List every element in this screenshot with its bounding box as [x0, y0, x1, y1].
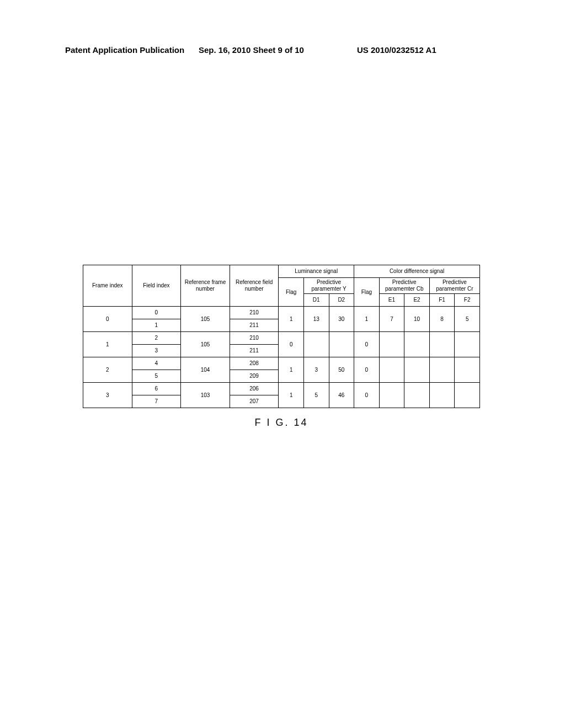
- cell-ref-field: 210: [230, 332, 279, 345]
- cell-d2: 50: [329, 357, 354, 383]
- cell-cdiff-flag: 0: [354, 332, 380, 357]
- cell-field-index: 3: [132, 345, 181, 357]
- cell-lum-flag: 1: [279, 383, 304, 408]
- cell-ref-frame: 105: [181, 332, 230, 357]
- cell-e1: [379, 383, 404, 408]
- col-pred-y: Predictive paramemter Y: [303, 278, 354, 294]
- cell-ref-field: 206: [230, 383, 279, 395]
- cell-frame-index: 0: [83, 307, 132, 332]
- cell-cdiff-flag: 1: [354, 307, 380, 332]
- cell-cdiff-flag: 0: [354, 357, 380, 383]
- col-e2: E2: [404, 294, 430, 307]
- cell-ref-frame: 105: [181, 307, 230, 332]
- col-luminance-group: Luminance signal: [279, 265, 354, 278]
- cell-field-index: 5: [132, 370, 181, 383]
- cell-e1: [379, 332, 404, 357]
- cell-d1: 13: [303, 307, 329, 332]
- cell-ref-field: 207: [230, 395, 279, 408]
- figure-caption: F I G. 14: [83, 417, 480, 429]
- cell-ref-field: 209: [230, 370, 279, 383]
- figure-14-table: Frame index Field index Reference frame …: [83, 265, 480, 408]
- cell-f2: 5: [455, 307, 480, 332]
- cell-f2: [455, 383, 480, 408]
- cell-field-index: 7: [132, 395, 181, 408]
- col-e1: E1: [379, 294, 404, 307]
- cell-field-index: 2: [132, 332, 181, 345]
- cell-d2: [329, 332, 354, 357]
- publication-type: Patent Application Publication: [65, 45, 184, 55]
- cell-e2: [404, 357, 430, 383]
- cell-ref-field: 211: [230, 345, 279, 357]
- col-cdiff-flag: Flag: [354, 278, 380, 307]
- cell-f1: 8: [429, 307, 455, 332]
- cell-e2: [404, 332, 430, 357]
- cell-f2: [455, 357, 480, 383]
- col-pred-cb: Predictive paramemter Cb: [379, 278, 429, 294]
- col-ref-field: Reference field number: [230, 265, 279, 307]
- col-d2: D2: [329, 294, 354, 307]
- cell-lum-flag: 1: [279, 357, 304, 383]
- cell-ref-frame: 104: [181, 357, 230, 383]
- table-row: 1 2 105 210 0 0: [83, 332, 480, 345]
- cell-d1: 3: [303, 357, 329, 383]
- col-field-index: Field index: [132, 265, 181, 307]
- cell-f2: [455, 332, 480, 357]
- cell-frame-index: 2: [83, 357, 132, 383]
- cell-ref-field: 211: [230, 319, 279, 332]
- col-ref-frame: Reference frame number: [181, 265, 230, 307]
- cell-e1: [379, 357, 404, 383]
- cell-f1: [429, 357, 455, 383]
- cell-cdiff-flag: 0: [354, 383, 380, 408]
- col-f2: F2: [455, 294, 480, 307]
- cell-frame-index: 1: [83, 332, 132, 357]
- col-pred-cr: Predictive paramemter Cr: [429, 278, 479, 294]
- col-d1: D1: [303, 294, 329, 307]
- cell-field-index: 0: [132, 307, 181, 319]
- cell-d1: 5: [303, 383, 329, 408]
- col-colordiff-group: Color difference signal: [354, 265, 480, 278]
- cell-field-index: 4: [132, 357, 181, 370]
- cell-lum-flag: 1: [279, 307, 304, 332]
- cell-f1: [429, 332, 455, 357]
- table-row: 3 6 103 206 1 5 46 0: [83, 383, 480, 395]
- cell-frame-index: 3: [83, 383, 132, 408]
- cell-d1: [303, 332, 329, 357]
- cell-f1: [429, 383, 455, 408]
- table-row: 2 4 104 208 1 3 50 0: [83, 357, 480, 370]
- table-body: 0 0 105 210 1 13 30 1 7 10 8 5 1 211 1 2: [83, 307, 480, 408]
- cell-lum-flag: 0: [279, 332, 304, 357]
- cell-e1: 7: [379, 307, 404, 332]
- table-row: 0 0 105 210 1 13 30 1 7 10 8 5: [83, 307, 480, 319]
- cell-d2: 46: [329, 383, 354, 408]
- cell-ref-frame: 103: [181, 383, 230, 408]
- cell-ref-field: 210: [230, 307, 279, 319]
- table-header: Frame index Field index Reference frame …: [83, 265, 480, 307]
- cell-field-index: 6: [132, 383, 181, 395]
- publication-date-sheet: Sep. 16, 2010 Sheet 9 of 10: [199, 45, 304, 55]
- cell-field-index: 1: [132, 319, 181, 332]
- cell-ref-field: 208: [230, 357, 279, 370]
- publication-number: US 2010/0232512 A1: [357, 45, 436, 55]
- cell-e2: [404, 383, 430, 408]
- cell-d2: 30: [329, 307, 354, 332]
- col-lum-flag: Flag: [279, 278, 304, 307]
- figure-14: Frame index Field index Reference frame …: [83, 265, 480, 429]
- cell-e2: 10: [404, 307, 430, 332]
- col-frame-index: Frame index: [83, 265, 132, 307]
- col-f1: F1: [429, 294, 455, 307]
